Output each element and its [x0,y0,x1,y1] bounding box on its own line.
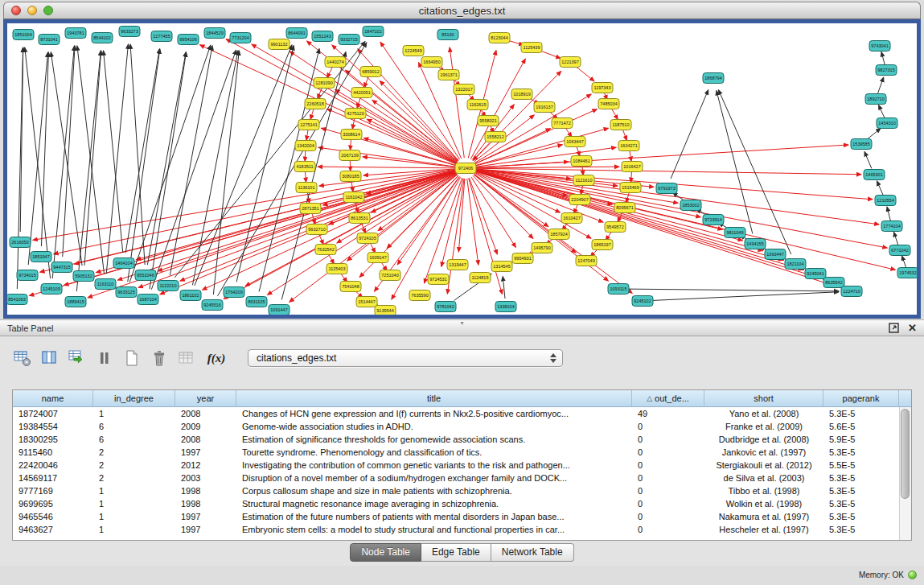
cell-out_degree[interactable]: 0 [632,422,704,431]
new-document-icon[interactable] [122,348,142,369]
network-node[interactable]: 8123044 [489,33,510,43]
column-header-pagerank[interactable]: pagerank [823,390,899,406]
network-node[interactable]: 1247049 [576,256,597,266]
cell-short[interactable]: Nakamura et al. (1997) [704,512,823,521]
network-node[interactable]: 1515469 [620,183,641,193]
network-node[interactable]: 9781042 [435,302,456,312]
vertical-scrollbar[interactable] [899,407,911,540]
cell-year[interactable]: 1998 [175,486,236,496]
cell-name[interactable]: 9115460 [13,447,93,457]
table-row[interactable]: 911546021997Tourette syndrome. Phenomeno… [13,446,899,459]
network-node[interactable]: 9633125 [116,287,137,298]
network-node[interactable]: 1063447 [565,137,585,147]
network-node[interactable]: 9723914 [703,215,724,225]
cell-in_degree[interactable]: 6 [93,422,175,431]
cell-in_degree[interactable]: 1 [93,486,175,496]
network-node[interactable]: 1440274 [325,57,346,68]
network-node[interactable]: 1319447 [447,260,468,270]
network-node[interactable]: 1464104 [113,258,134,269]
network-node[interactable]: 9633273 [119,27,140,37]
network-node[interactable]: 9447315 [51,262,72,273]
network-node[interactable]: 9245041 [805,269,826,279]
network-node[interactable]: 1892710 [865,94,886,105]
network-node[interactable]: 1868794 [703,73,724,84]
network-node[interactable]: 5905132 [73,271,94,282]
cell-out_degree[interactable]: 49 [632,409,704,418]
network-node[interactable]: 1342004 [295,141,316,151]
cell-year[interactable]: 1997 [175,447,236,457]
cell-title[interactable]: Corpus callosum shape and size in male p… [236,486,632,496]
cell-pagerank[interactable]: 5.3E-5 [823,512,899,521]
network-node[interactable]: 9551046 [135,270,156,281]
cell-name[interactable]: 9463627 [13,525,93,534]
network-node[interactable]: 1764209 [224,287,244,298]
network-node[interactable]: 1494155 [745,239,766,249]
cell-pagerank[interactable]: 5.3E-5 [823,473,899,483]
network-node[interactable]: 1974532 [897,268,917,278]
network-node[interactable]: 8631105 [246,297,267,307]
cell-short[interactable]: Tibbo et al. (1998) [704,486,823,496]
network-node[interactable]: 9549572 [605,222,626,233]
cell-out_degree[interactable]: 0 [632,499,704,509]
network-node[interactable]: 1861102 [180,290,201,301]
network-node[interactable]: 2616050 [10,237,31,248]
network-node[interactable]: 7635590 [409,290,430,301]
apply-function-button[interactable]: f(x) [204,348,228,369]
network-node[interactable]: 8613531 [349,213,370,224]
network-node[interactable]: 1122210 [158,281,179,291]
tab-network-table[interactable]: Network Table [491,543,574,562]
network-node[interactable]: 1664950 [421,57,442,68]
cell-name[interactable]: 18724007 [13,409,93,418]
cell-pagerank[interactable]: 5.6E-5 [823,422,899,431]
table-row[interactable]: 946362711997Embryonic stem cells: a mode… [13,523,899,536]
cell-year[interactable]: 2012 [175,460,236,470]
network-node[interactable]: 9954931 [512,253,533,264]
network-node[interactable]: 7731204 [230,33,251,43]
network-node[interactable]: 1514447 [356,297,377,307]
cell-pagerank[interactable]: 5.3E-5 [823,499,899,509]
network-node[interactable]: 1916137 [534,102,555,113]
network-node[interactable]: 1847102 [363,27,384,37]
float-panel-icon[interactable] [889,323,899,333]
network-node[interactable]: 1125403 [326,264,347,274]
network-node[interactable]: 8095671 [614,203,635,213]
cell-title[interactable]: Changes of HCN gene expression and I(f) … [236,409,632,418]
network-node[interactable]: 1322017 [454,84,474,95]
cell-name[interactable]: 22420046 [13,460,93,470]
network-node[interactable]: 8541093 [7,295,27,305]
cell-name[interactable]: 9777169 [13,486,93,496]
network-node[interactable]: 7632542 [315,245,336,255]
table-selector-dropdown[interactable]: citations_edges.txt [248,349,563,367]
cell-name[interactable]: 18300295 [13,435,93,444]
network-node[interactable]: 1821104 [785,259,806,270]
cell-name[interactable]: 19384554 [13,422,93,431]
import-table-icon[interactable] [68,348,87,369]
network-node[interactable]: 4420051 [351,88,372,98]
network-node[interactable]: 1016427 [622,162,643,172]
network-node[interactable]: 8544102 [92,33,113,43]
network-node[interactable]: 7541048 [340,282,361,292]
cell-out_degree[interactable]: 0 [632,460,704,470]
network-node[interactable]: 1221397 [560,57,581,68]
cell-year[interactable]: 1998 [175,499,236,509]
cell-year[interactable]: 2008 [175,409,236,418]
cell-short[interactable]: Stergiakouli et al. (2012) [704,460,823,470]
network-node[interactable]: 1774104 [881,221,902,232]
network-node[interactable]: 1551243 [312,31,333,42]
network-node[interactable]: 1009147 [368,253,388,263]
network-node[interactable]: 1124815 [470,273,491,283]
network-node[interactable]: 8731041 [39,35,60,45]
cell-in_degree[interactable]: 1 [93,409,175,418]
cell-pagerank[interactable]: 5.3E-5 [823,447,899,457]
network-window-titlebar[interactable]: citations_edges.txt [3,2,921,19]
network-node[interactable]: 7251040 [380,270,400,281]
cell-title[interactable]: Genome-wide association studies in ADHD. [236,422,632,431]
table-settings-icon[interactable] [13,348,32,369]
cell-short[interactable]: Franke et al. (2009) [704,422,823,431]
network-node[interactable]: 1136101 [296,183,317,193]
network-node[interactable]: 85130 [437,30,458,40]
network-node[interactable]: 1314545 [491,262,512,272]
cell-title[interactable]: Estimation of the future numbers of pati… [236,512,632,521]
column-header-in_degree[interactable]: in_degree [93,390,175,406]
network-node[interactable]: 1210554 [875,196,896,206]
